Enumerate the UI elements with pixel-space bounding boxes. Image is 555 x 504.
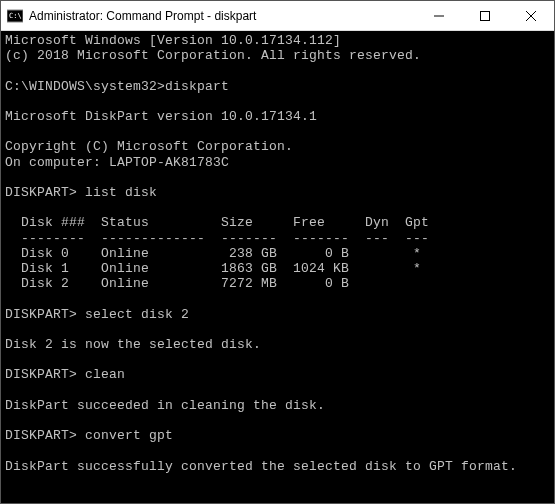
- diskpart-prompt: DISKPART>: [5, 428, 77, 443]
- svg-rect-3: [481, 11, 490, 20]
- cmd-select-disk: select disk 2: [85, 307, 189, 322]
- window-title: Administrator: Command Prompt - diskpart: [29, 9, 416, 23]
- minimize-button[interactable]: [416, 1, 462, 30]
- diskpart-prompt: DISKPART>: [5, 367, 77, 382]
- cmd-icon: C:\: [7, 8, 23, 24]
- shell-prompt: C:\WINDOWS\system32>: [5, 79, 165, 94]
- disk-row: Disk 0 Online 238 GB 0 B *: [5, 246, 421, 261]
- maximize-button[interactable]: [462, 1, 508, 30]
- diskpart-computer: On computer: LAPTOP-AK81783C: [5, 155, 229, 170]
- window-controls: [416, 1, 554, 30]
- cmd-clean: clean: [85, 367, 125, 382]
- msg-select-disk: Disk 2 is now the selected disk.: [5, 337, 261, 352]
- msg-convert-gpt: DiskPart successfully converted the sele…: [5, 459, 517, 474]
- cmd-list-disk: list disk: [85, 185, 157, 200]
- close-button[interactable]: [508, 1, 554, 30]
- diskpart-version: Microsoft DiskPart version 10.0.17134.1: [5, 109, 317, 124]
- disk-row: Disk 1 Online 1863 GB 1024 KB *: [5, 261, 421, 276]
- copyright-line: (c) 2018 Microsoft Corporation. All righ…: [5, 48, 421, 63]
- diskpart-prompt: DISKPART>: [5, 307, 77, 322]
- os-version-line: Microsoft Windows [Version 10.0.17134.11…: [5, 33, 341, 48]
- disk-row: Disk 2 Online 7272 MB 0 B: [5, 276, 349, 291]
- cmd-convert-gpt: convert gpt: [85, 428, 173, 443]
- disk-table-rule: -------- ------------- ------- ------- -…: [5, 231, 429, 246]
- cmd-diskpart: diskpart: [165, 79, 229, 94]
- diskpart-copyright: Copyright (C) Microsoft Corporation.: [5, 139, 293, 154]
- msg-clean: DiskPart succeeded in cleaning the disk.: [5, 398, 325, 413]
- window-titlebar: C:\ Administrator: Command Prompt - disk…: [1, 1, 554, 31]
- terminal-output[interactable]: Microsoft Windows [Version 10.0.17134.11…: [1, 31, 554, 503]
- disk-table-header: Disk ### Status Size Free Dyn Gpt: [5, 215, 429, 230]
- svg-text:C:\: C:\: [9, 12, 22, 20]
- diskpart-prompt: DISKPART>: [5, 185, 77, 200]
